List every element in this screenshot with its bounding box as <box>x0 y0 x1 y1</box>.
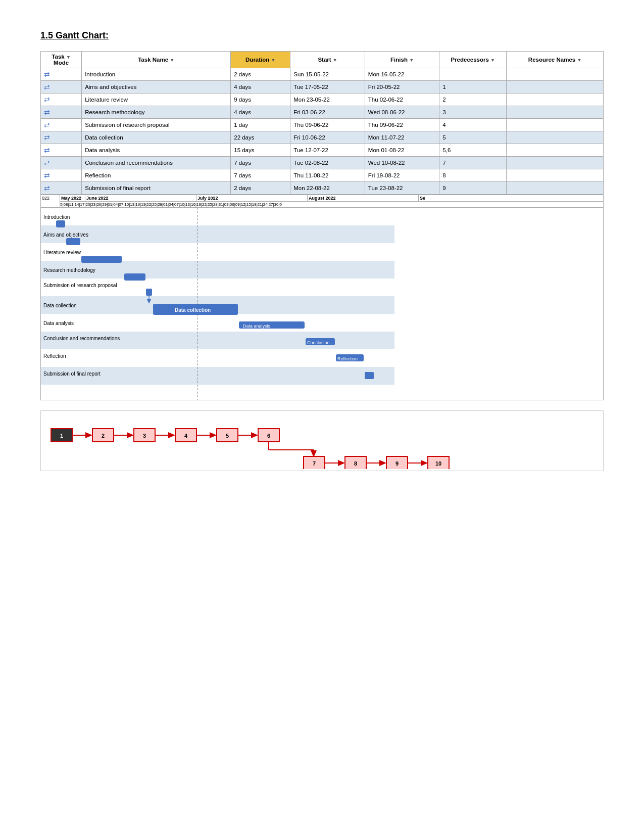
month-sep: Se <box>419 195 603 201</box>
nd-label-3: 3 <box>143 433 146 439</box>
task-finish-cell: Fri 20-05-22 <box>365 81 439 94</box>
bar-introduction <box>56 220 65 227</box>
gantt-chart-section: 022 May 2022 June 2022 July 2022 August … <box>40 195 604 400</box>
task-resource-cell <box>507 182 604 195</box>
month-july: July 2022 <box>196 195 308 201</box>
task-duration-cell: 2 days <box>231 68 290 81</box>
bar-label-10: Submission of final report <box>43 371 101 377</box>
table-row: ⇄Research methodology4 daysFri 03-06-22W… <box>41 106 604 119</box>
task-mode-icon: ⇄ <box>44 133 50 142</box>
task-resource-cell <box>507 119 604 131</box>
table-row: ⇄Data collection22 daysFri 10-06-22Mon 1… <box>41 131 604 144</box>
task-start-cell: Thu 11-08-22 <box>290 169 365 182</box>
task-finish-cell: Mon 16-05-22 <box>365 68 439 81</box>
task-predecessors-cell <box>439 68 507 81</box>
nd-label-5: 5 <box>226 433 229 439</box>
task-predecessors-cell: 1 <box>439 81 507 94</box>
task-mode-cell: ⇄ <box>41 182 82 195</box>
table-row: ⇄Submission of research proposal1 dayThu… <box>41 119 604 131</box>
bar-label-7: Data analysis <box>43 320 74 326</box>
task-start-cell: Mon 23-05-22 <box>290 94 365 106</box>
col-header-predecessors: Predecessors ▼ <box>439 52 507 68</box>
task-resource-cell <box>507 131 604 144</box>
table-row: ⇄Data analysis15 daysTue 12-07-22Mon 01-… <box>41 144 604 157</box>
nd-label-1: 1 <box>60 433 63 439</box>
nd-label-9: 9 <box>395 460 399 467</box>
gantt-bars-svg: Introduction Aims and objectives Literat… <box>41 208 394 400</box>
task-predecessors-cell: 4 <box>439 119 507 131</box>
task-name-cell: Data collection <box>82 131 231 144</box>
task-duration-cell: 4 days <box>231 81 290 94</box>
task-start-cell: Tue 12-07-22 <box>290 144 365 157</box>
task-finish-cell: Mon 01-08-22 <box>365 144 439 157</box>
task-predecessors-cell: 7 <box>439 157 507 169</box>
col-header-start: Start ▼ <box>290 52 365 68</box>
task-start-cell: Fri 10-06-22 <box>290 131 365 144</box>
task-name-cell: Literature review <box>82 94 231 106</box>
task-name-cell: Submission of research proposal <box>82 119 231 131</box>
network-svg: 1 2 3 4 5 6 <box>46 419 602 469</box>
task-name-cell: Aims and objectives <box>82 81 231 94</box>
task-mode-cell: ⇄ <box>41 169 82 182</box>
bar-dc-label: Data collection <box>175 307 211 313</box>
task-mode-cell: ⇄ <box>41 81 82 94</box>
nd-label-4: 4 <box>184 433 188 439</box>
task-predecessors-cell: 8 <box>439 169 507 182</box>
task-mode-icon: ⇄ <box>44 121 50 129</box>
bar-label-5: Submission of research proposal <box>43 283 117 288</box>
task-name-cell: Conclusion and recommendations <box>82 157 231 169</box>
task-resource-cell <box>507 157 604 169</box>
col-header-task-mode: Task ▼Mode <box>41 52 82 68</box>
task-duration-cell: 7 days <box>231 157 290 169</box>
bar-label-9: Reflection <box>43 353 66 359</box>
task-name-cell: Submission of final report <box>82 182 231 195</box>
bar-submission-proposal <box>146 289 152 296</box>
task-predecessors-cell: 3 <box>439 106 507 119</box>
col-header-duration: Duration ▼ <box>231 52 290 68</box>
task-finish-cell: Wed 08-06-22 <box>365 106 439 119</box>
bar-label-4: Research methodology <box>43 267 95 273</box>
table-row: ⇄Reflection7 daysThu 11-08-22Fri 19-08-2… <box>41 169 604 182</box>
timeline-prefix: 022 <box>41 195 60 207</box>
task-duration-cell: 9 days <box>231 94 290 106</box>
gantt-bars-area: Introduction Aims and objectives Literat… <box>41 208 603 400</box>
task-resource-cell <box>507 169 604 182</box>
task-finish-cell: Wed 10-08-22 <box>365 157 439 169</box>
task-mode-icon: ⇄ <box>44 146 50 154</box>
bar-final-report <box>365 372 374 379</box>
task-resource-cell <box>507 144 604 157</box>
nd-label-2: 2 <box>102 433 105 439</box>
task-duration-cell: 7 days <box>231 169 290 182</box>
task-finish-cell: Mon 11-07-22 <box>365 131 439 144</box>
bar-label-2: Aims and objectives <box>43 232 88 238</box>
task-finish-cell: Fri 19-08-22 <box>365 169 439 182</box>
task-mode-icon: ⇄ <box>44 108 50 116</box>
task-mode-cell: ⇄ <box>41 106 82 119</box>
task-mode-cell: ⇄ <box>41 94 82 106</box>
task-predecessors-cell: 5,6 <box>439 144 507 157</box>
bar-da-label: Data analysis <box>243 323 271 329</box>
task-start-cell: Fri 03-06-22 <box>290 106 365 119</box>
days-row: 5|08|11|14|17|20|23|26|29|01|04|07|10|13… <box>60 202 282 207</box>
month-august: August 2022 <box>308 195 419 201</box>
svg-rect-1 <box>41 225 394 243</box>
bar-lit-review <box>81 256 122 263</box>
task-duration-cell: 1 day <box>231 119 290 131</box>
task-mode-icon: ⇄ <box>44 171 50 179</box>
task-predecessors-cell: 5 <box>439 131 507 144</box>
task-resource-cell <box>507 68 604 81</box>
col-header-finish: Finish ▼ <box>365 52 439 68</box>
bar-label-3: Literature review <box>43 250 81 255</box>
task-mode-cell: ⇄ <box>41 144 82 157</box>
task-duration-cell: 22 days <box>231 131 290 144</box>
task-mode-icon: ⇄ <box>44 96 50 104</box>
svg-rect-0 <box>41 208 394 225</box>
bar-refl-label: Reflection <box>337 356 358 361</box>
table-row: ⇄Introduction2 daysSun 15-05-22Mon 16-05… <box>41 68 604 81</box>
bar-aims <box>66 238 80 245</box>
task-mode-icon: ⇄ <box>44 159 50 167</box>
nd-label-10: 10 <box>435 460 441 467</box>
task-start-cell: Tue 02-08-22 <box>290 157 365 169</box>
task-resource-cell <box>507 106 604 119</box>
month-june: June 2022 <box>85 195 196 201</box>
